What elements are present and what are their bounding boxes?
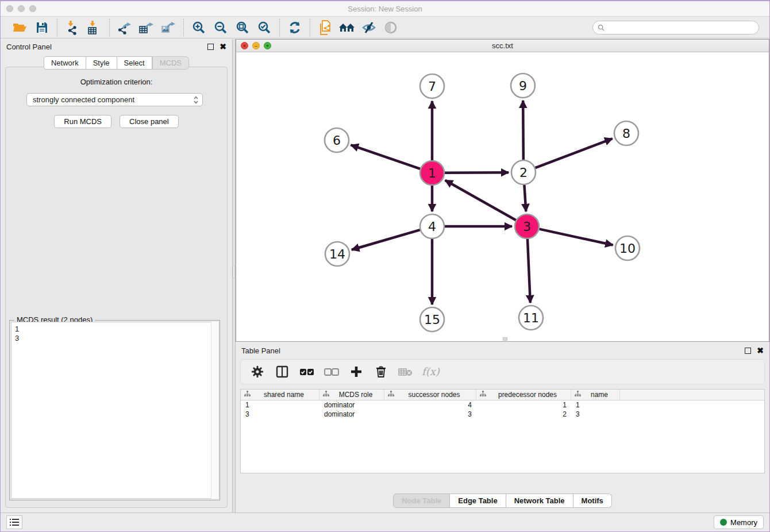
tab-select[interactable]: Select	[117, 56, 152, 70]
export-network-icon[interactable]	[116, 19, 134, 36]
tab-edge-table[interactable]: Edge Table	[450, 494, 506, 508]
tab-style[interactable]: Style	[86, 56, 117, 70]
table-cell[interactable]: 1	[571, 400, 620, 410]
app-title-bar: Session: New Session	[1, 1, 769, 17]
table-row[interactable]: 1dominator411	[241, 400, 764, 410]
tab-node-table[interactable]: Node Table	[393, 494, 450, 508]
duplicate-network-icon[interactable]	[316, 19, 334, 36]
edge-1-6[interactable]	[351, 145, 421, 168]
run-mcds-button[interactable]: Run MCDS	[54, 115, 111, 128]
table-row[interactable]: 3dominator323	[241, 410, 764, 419]
column-header-shared-name[interactable]: shared name	[241, 390, 319, 400]
column-header-predecessor-nodes[interactable]: predecessor nodes	[476, 390, 571, 400]
deselect-all-icon[interactable]	[322, 362, 341, 381]
edge-4-14[interactable]	[352, 230, 420, 250]
close-panel-icon[interactable]: ✖	[220, 43, 226, 51]
graph-node-3[interactable]: 3	[515, 214, 539, 238]
column-header-successor-nodes[interactable]: successor nodes	[384, 390, 476, 400]
tab-network-table[interactable]: Network Table	[506, 494, 573, 508]
graph-node-2[interactable]: 2	[511, 160, 536, 184]
table-tabs: Node TableEdge TableNetwork TableMotifs	[236, 494, 769, 508]
graph-node-6[interactable]: 6	[325, 128, 349, 152]
column-header-MCDS-role[interactable]: MCDS role	[319, 390, 384, 400]
search-field-wrap	[592, 21, 759, 34]
main-content: Control Panel ✖ NetworkStyleSelectMCDS O…	[1, 39, 769, 512]
search-input[interactable]	[592, 21, 759, 34]
column-label: predecessor nodes	[489, 391, 571, 399]
graph-node-11[interactable]: 11	[519, 306, 543, 330]
zoom-in-icon[interactable]	[190, 19, 208, 36]
refresh-icon[interactable]	[286, 19, 304, 36]
export-table-icon[interactable]	[137, 19, 156, 36]
svg-text:3: 3	[523, 219, 531, 234]
column-header-name[interactable]: name	[571, 390, 620, 400]
edge-3-11[interactable]	[528, 239, 530, 303]
node-table[interactable]: shared nameMCDS rolesuccessor nodesprede…	[240, 389, 765, 473]
tab-motifs[interactable]: Motifs	[573, 494, 612, 508]
graph-node-9[interactable]: 9	[511, 74, 535, 98]
tab-mcds[interactable]: MCDS	[152, 56, 189, 70]
eye-disabled-icon[interactable]	[382, 19, 400, 36]
optimization-criterion-label: Optimization criterion:	[6, 78, 227, 86]
column-label: shared name	[253, 391, 319, 399]
home-icon[interactable]	[338, 19, 356, 36]
edge-3-10[interactable]	[539, 229, 613, 245]
edge-2-3[interactable]	[524, 185, 526, 211]
zoom-fit-icon[interactable]	[233, 19, 252, 36]
table-cell[interactable]: 4	[384, 400, 476, 410]
session-title: Session: New Session	[1, 5, 769, 13]
svg-text:1: 1	[428, 166, 436, 180]
tab-network[interactable]: Network	[44, 56, 86, 70]
table-cell[interactable]: 1	[476, 400, 571, 410]
import-network-icon[interactable]	[63, 19, 82, 36]
graph-node-1[interactable]: 1	[420, 161, 444, 185]
delete-table-icon	[396, 362, 415, 381]
hide-panel-icon[interactable]	[360, 19, 378, 36]
gear-icon[interactable]	[248, 362, 267, 381]
graph-node-10[interactable]: 10	[615, 236, 640, 260]
column-type-icon	[244, 391, 251, 399]
add-column-icon[interactable]	[346, 362, 366, 381]
table-cell[interactable]: 3	[241, 410, 319, 419]
table-cell[interactable]: 2	[476, 410, 571, 419]
delete-column-icon[interactable]	[371, 362, 391, 381]
table-cell[interactable]: 1	[241, 400, 319, 410]
graph-node-8[interactable]: 8	[614, 121, 638, 145]
export-image-icon[interactable]	[159, 19, 178, 36]
zoom-out-icon[interactable]	[211, 19, 230, 36]
svg-text:10: 10	[619, 241, 636, 256]
splitter-grip[interactable]	[233, 265, 235, 278]
criterion-dropdown[interactable]: strongly connected component	[26, 93, 203, 106]
table-cell[interactable]: 3	[571, 410, 620, 419]
memory-label: Memory	[730, 518, 757, 527]
table-cell[interactable]: 3	[384, 410, 476, 419]
graph-node-4[interactable]: 4	[420, 214, 444, 238]
table-cell[interactable]: dominator	[319, 400, 384, 410]
table-cell[interactable]: dominator	[319, 410, 384, 419]
close-panel-button[interactable]: Close panel	[120, 115, 179, 128]
memory-button[interactable]: Memory	[714, 515, 764, 529]
columns-icon[interactable]	[272, 362, 292, 381]
save-icon[interactable]	[33, 19, 51, 36]
edge-3-1[interactable]	[445, 180, 516, 220]
result-scrollbar[interactable]	[211, 322, 218, 499]
select-all-icon[interactable]	[297, 362, 317, 381]
zoom-selected-icon[interactable]	[255, 19, 274, 36]
edge-2-9[interactable]	[523, 101, 523, 160]
close-table-panel-icon[interactable]: ✖	[757, 346, 764, 354]
graph-node-14[interactable]: 14	[325, 242, 349, 266]
open-folder-icon[interactable]	[11, 19, 29, 36]
graph-node-7[interactable]: 7	[420, 74, 444, 98]
table-panel: Table Panel ✖ f(x) shared nameMCDS roles…	[236, 343, 769, 512]
float-table-panel-icon[interactable]	[745, 348, 751, 354]
edge-2-8[interactable]	[536, 138, 613, 168]
import-table-icon[interactable]	[85, 19, 103, 36]
task-history-button[interactable]	[6, 515, 22, 529]
edge-1-2[interactable]	[445, 172, 509, 173]
horizontal-splitter-grip[interactable]	[503, 337, 507, 341]
network-window-titlebar[interactable]: × – + scc.txt	[236, 40, 769, 52]
network-canvas[interactable]: 7968124314101511	[236, 53, 769, 341]
mcds-result-text[interactable]: 13	[11, 322, 218, 499]
float-panel-icon[interactable]	[207, 44, 214, 50]
graph-node-15[interactable]: 15	[420, 307, 444, 331]
